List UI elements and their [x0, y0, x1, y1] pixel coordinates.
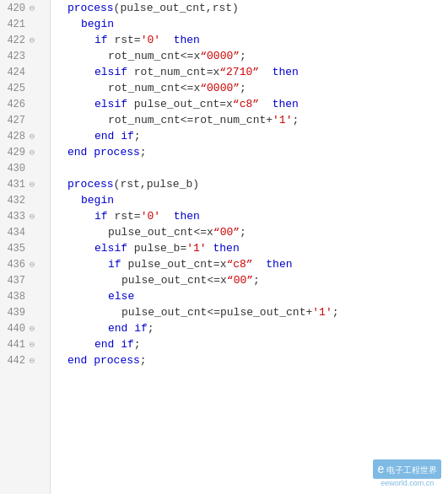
line-number: 420 — [2, 3, 25, 14]
fold-button[interactable]: ⊖ — [27, 180, 37, 190]
gutter-row: 433⊖ — [0, 208, 50, 224]
token: ' — [312, 306, 319, 319]
token: end — [67, 146, 87, 158]
token: pulse_b — [147, 178, 193, 191]
token: “ — [213, 226, 220, 239]
token: ” — [246, 258, 253, 271]
watermark-text: 电子工程世界 — [386, 465, 437, 475]
code-line: elsif pulse_out_cnt=x“c8” then — [51, 96, 448, 112]
gutter-row: 439 — [0, 304, 50, 320]
token: pulse_out_cnt — [120, 2, 205, 14]
token: then — [273, 98, 299, 110]
gutter-row: 436⊖ — [0, 256, 50, 272]
fold-button[interactable]: ⊖ — [27, 340, 37, 350]
token: end — [94, 130, 114, 142]
line-number: 429 — [2, 147, 25, 158]
fold-spacer — [27, 244, 37, 254]
token: rst= — [108, 34, 141, 46]
token: elsif — [94, 242, 127, 255]
line-number: 421 — [2, 19, 25, 30]
token: ; — [240, 226, 246, 239]
token: “ — [226, 258, 233, 271]
code-line: end process; — [51, 352, 448, 368]
token: ” — [252, 66, 259, 78]
line-number: 436 — [2, 259, 25, 271]
gutter-row: 423 — [0, 48, 50, 64]
token: then — [213, 242, 239, 255]
token: 1 — [193, 242, 200, 255]
token: ” — [246, 274, 253, 287]
gutter-row: 422⊖ — [0, 32, 50, 48]
fold-button[interactable]: ⊖ — [27, 35, 37, 46]
token: ; — [140, 146, 147, 158]
code-line: if rst='0' then — [51, 32, 448, 48]
token: end — [108, 322, 127, 335]
line-number: 423 — [2, 51, 25, 62]
token: process — [67, 2, 114, 14]
token: 00 — [220, 226, 234, 239]
token: pulse_b= — [127, 242, 186, 255]
code-line: begin — [51, 16, 448, 32]
token: ; — [240, 82, 246, 94]
token: ' — [141, 210, 148, 223]
token: elsif — [94, 66, 127, 78]
token: if — [114, 130, 133, 142]
code-line: process(rst,pulse_b) — [51, 176, 448, 192]
code-line: elsif rot_num_cnt=x“2710” then — [51, 64, 448, 80]
line-number: 439 — [2, 307, 25, 319]
token: then — [273, 66, 299, 78]
token: ) — [192, 178, 199, 191]
fold-spacer — [27, 115, 37, 126]
token: then — [174, 34, 200, 46]
code-line: elsif pulse_b='1' then — [51, 240, 448, 256]
gutter-row: 424 — [0, 64, 50, 80]
fold-spacer — [27, 19, 37, 30]
token: then — [266, 258, 292, 271]
token: begin — [81, 18, 114, 30]
fold-button[interactable]: ⊖ — [27, 260, 37, 270]
fold-button[interactable]: ⊖ — [27, 132, 37, 142]
code-line — [51, 160, 448, 176]
token: rot_num_cnt<=x — [108, 50, 200, 62]
code-line: rot_num_cnt<=x“0000”; — [51, 48, 448, 64]
token: , — [206, 2, 213, 14]
line-number: 424 — [2, 67, 25, 78]
fold-spacer — [27, 67, 37, 78]
gutter-row: 421 — [0, 16, 50, 32]
fold-spacer — [27, 276, 37, 286]
code-line: else — [51, 288, 448, 304]
token: process — [87, 146, 139, 158]
line-number: 432 — [2, 195, 25, 207]
code-line: begin — [51, 192, 448, 208]
gutter-row: 431⊖ — [0, 176, 50, 192]
token: ” — [233, 50, 240, 62]
fold-button[interactable]: ⊖ — [27, 324, 37, 334]
token: pulse_out_cnt<=pulse_out_cnt+ — [121, 306, 312, 319]
token: “ — [200, 82, 207, 94]
token: if — [127, 322, 147, 335]
fold-button[interactable]: ⊖ — [27, 212, 37, 222]
token: rot_num_cnt=x — [127, 66, 219, 78]
code-line: end if; — [51, 336, 448, 352]
fold-button[interactable]: ⊖ — [27, 148, 37, 158]
fold-button[interactable]: ⊖ — [27, 3, 37, 13]
fold-spacer — [27, 164, 37, 174]
token: begin — [81, 194, 114, 207]
token: ; — [134, 130, 141, 142]
gutter-row: 428⊖ — [0, 128, 50, 144]
token: elsif — [94, 98, 127, 110]
token: pulse_out_cnt<=x — [108, 226, 213, 239]
token: ' — [186, 242, 193, 255]
line-gutter: 420⊖421422⊖423424425426427428⊖429⊖430431… — [0, 0, 51, 494]
token: 00 — [234, 274, 247, 287]
token: ) — [232, 2, 239, 14]
token: 1 — [279, 114, 286, 126]
token: rot_num_cnt<=rot_num_cnt+ — [108, 114, 273, 126]
token — [259, 66, 273, 78]
token: end — [94, 338, 114, 351]
gutter-row: 432 — [0, 192, 50, 208]
code-line: if rst='0' then — [51, 208, 448, 224]
code-line: if pulse_out_cnt=x“c8” then — [51, 256, 448, 272]
token: ; — [140, 354, 147, 367]
fold-button[interactable]: ⊖ — [27, 356, 37, 366]
